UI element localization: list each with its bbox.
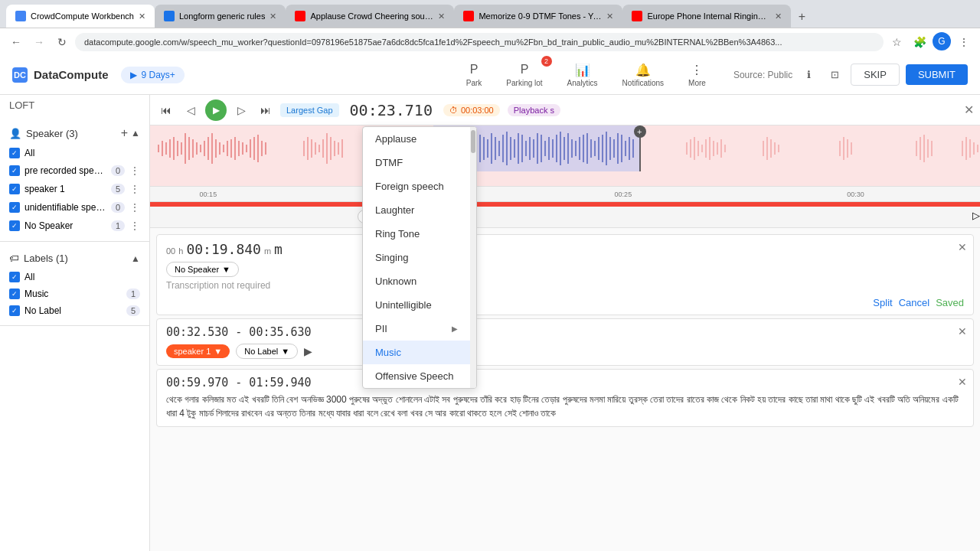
- close-segment-3-button[interactable]: ✕: [958, 376, 967, 388]
- segments-area: ✕ 00 h 00:19.840 m m No Speaker ▼ Transc…: [150, 228, 980, 551]
- dropdown-item-applause[interactable]: Applause: [363, 127, 470, 151]
- speaker-menu-prerecorded[interactable]: ⋮: [129, 165, 140, 177]
- svg-rect-20: [227, 141, 228, 156]
- svg-rect-57: [498, 141, 500, 156]
- settings-icon[interactable]: ⊡: [825, 65, 844, 85]
- speaker-check-unidentifiable[interactable]: ✓: [9, 202, 20, 213]
- close-segment-1-button[interactable]: ✕: [958, 241, 967, 253]
- extensions-icon[interactable]: 🧩: [910, 32, 929, 52]
- speaker-item-unidentifiable[interactable]: ✓ unidentifiable speak... 0 ⋮: [0, 198, 149, 217]
- label-item-nolabel[interactable]: ✓ No Label 5: [0, 302, 149, 319]
- clock-icon: ⏱: [449, 106, 458, 115]
- segment-1-time: 00 h 00:19.840 m m: [166, 241, 964, 257]
- menu-icon[interactable]: ⋮: [954, 32, 974, 52]
- speaker-check-speaker1[interactable]: ✓: [9, 184, 20, 194]
- analytics-button[interactable]: 📊 Analytics: [561, 59, 604, 90]
- label-item-all[interactable]: ✓ All: [0, 269, 149, 285]
- parking-lot-button[interactable]: P Parking lot 2: [500, 59, 548, 90]
- speaker-item-prerecorded[interactable]: ✓ pre recorded speak... 0 ⋮: [0, 161, 149, 180]
- collapse-speakers-button[interactable]: ▲: [131, 128, 140, 139]
- add-speaker-button[interactable]: +: [121, 126, 128, 140]
- dropdown-item-dtmf[interactable]: DTMF: [363, 151, 470, 174]
- notifications-button[interactable]: 🔔 Notifications: [616, 59, 670, 90]
- dropdown-chevron-1: ▼: [222, 265, 230, 274]
- submit-button[interactable]: SUBMIT: [906, 64, 968, 85]
- timer-pill[interactable]: ▶ 9 Days+: [121, 67, 185, 83]
- dropdown-item-foreignspeech[interactable]: Foreign speech: [363, 174, 470, 198]
- label-check-nolabel[interactable]: ✓: [9, 305, 20, 316]
- skip-button[interactable]: SKIP: [851, 64, 900, 86]
- dropdown-item-ringtone[interactable]: Ring Tone: [363, 222, 470, 246]
- profile-icon[interactable]: G: [933, 32, 951, 51]
- speaker-check-prerecorded[interactable]: ✓: [9, 165, 20, 176]
- speaker-1-badge[interactable]: speaker 1 ▼: [166, 344, 230, 358]
- svg-rect-90: [625, 141, 626, 156]
- svg-rect-83: [598, 137, 599, 160]
- close-toolbar-button[interactable]: ✕: [964, 103, 974, 117]
- tab-favicon-longform: [164, 11, 175, 21]
- speaker-item-speaker1[interactable]: ✓ speaker 1 5 ⋮: [0, 180, 149, 198]
- prev-button[interactable]: ◁: [181, 100, 201, 120]
- new-tab-button[interactable]: +: [791, 6, 812, 28]
- play-button[interactable]: ▶: [205, 99, 227, 121]
- no-speaker-dropdown[interactable]: No Speaker ▼: [166, 262, 239, 277]
- tab-applause[interactable]: Applause Crowd Cheering soun... ✕: [286, 5, 454, 28]
- speaker-item-nospeaker[interactable]: ✓ No Speaker 1 ⋮: [0, 217, 149, 235]
- svg-rect-52: [479, 135, 481, 162]
- play-icon-right[interactable]: ▷: [972, 210, 980, 221]
- speaker-menu-nospeaker[interactable]: ⋮: [129, 220, 140, 232]
- collapse-labels-button[interactable]: ▲: [131, 253, 140, 264]
- dropdown-item-unintelligible[interactable]: Unintelligible: [363, 293, 470, 317]
- close-segment-2-button[interactable]: ✕: [958, 325, 967, 337]
- speaker-item-all[interactable]: ✓ All: [0, 145, 149, 161]
- tab-close-europe[interactable]: ✕: [775, 11, 782, 21]
- back-button[interactable]: ←: [6, 32, 26, 52]
- url-bar[interactable]: [75, 33, 884, 51]
- dropdown-scrollbar[interactable]: [470, 127, 476, 388]
- label-item-music[interactable]: ✓ Music 1: [0, 285, 149, 302]
- skip-forward-button[interactable]: ⏭: [256, 100, 276, 120]
- svg-rect-18: [219, 142, 220, 155]
- park-button[interactable]: P Park: [460, 59, 488, 90]
- label-name-nolabel: No Label: [24, 305, 122, 316]
- cancel-button[interactable]: Cancel: [899, 297, 929, 308]
- dropdown-item-unknown[interactable]: Unknown: [363, 269, 470, 293]
- play-segment-2-button[interactable]: ▶: [304, 345, 312, 357]
- tab-crowdcompute[interactable]: CrowdCompute Workbench ✕: [6, 5, 155, 28]
- tab-europe[interactable]: Europe Phone Internal Ringing ... ✕: [622, 5, 791, 28]
- label-check-all[interactable]: ✓: [9, 272, 20, 282]
- tab-longform[interactable]: Longform generic rules ✕: [155, 5, 286, 28]
- dropdown-item-pii[interactable]: PII ▶: [363, 317, 470, 341]
- dropdown-item-offensivespeech[interactable]: Offensive Speech: [363, 364, 470, 388]
- svg-rect-112: [851, 142, 852, 155]
- speaker-check-all[interactable]: ✓: [9, 148, 20, 158]
- more-button[interactable]: ⋮ More: [682, 59, 712, 90]
- skip-back-button[interactable]: ⏮: [156, 100, 176, 120]
- waveform-container[interactable]: +: [150, 126, 980, 187]
- dropdown-item-laughter[interactable]: Laughter: [363, 198, 470, 222]
- forward-button[interactable]: →: [29, 32, 49, 52]
- svg-rect-72: [556, 135, 557, 162]
- tab-close-dtmf[interactable]: ✕: [606, 11, 613, 21]
- speaker-check-nospeaker[interactable]: ✓: [9, 220, 20, 231]
- no-label-dropdown[interactable]: No Label ▼: [236, 344, 298, 359]
- tab-dtmf[interactable]: Memorize 0-9 DTMF Tones - Yo... ✕: [454, 5, 622, 28]
- tab-close-crowdcompute[interactable]: ✕: [139, 11, 145, 21]
- dropdown-item-music[interactable]: Music: [363, 341, 470, 364]
- label-check-music[interactable]: ✓: [9, 289, 20, 299]
- next-button[interactable]: ▷: [231, 100, 251, 120]
- split-button[interactable]: Split: [873, 297, 892, 308]
- labels-title: 🏷 Labels (1): [9, 253, 68, 264]
- svg-rect-78: [579, 137, 580, 160]
- speaker-menu-speaker1[interactable]: ⋮: [129, 183, 140, 195]
- svg-rect-3: [162, 141, 163, 156]
- info-icon[interactable]: ℹ: [799, 65, 818, 85]
- tab-close-applause[interactable]: ✕: [438, 11, 445, 21]
- svg-rect-115: [923, 135, 925, 162]
- speaker-menu-unidentifiable[interactable]: ⋮: [129, 201, 140, 214]
- tab-close-longform[interactable]: ✕: [270, 11, 276, 21]
- bookmark-icon[interactable]: ☆: [887, 32, 906, 52]
- svg-rect-31: [303, 141, 305, 156]
- reload-button[interactable]: ↻: [52, 32, 72, 52]
- dropdown-item-singing[interactable]: Singing: [363, 246, 470, 269]
